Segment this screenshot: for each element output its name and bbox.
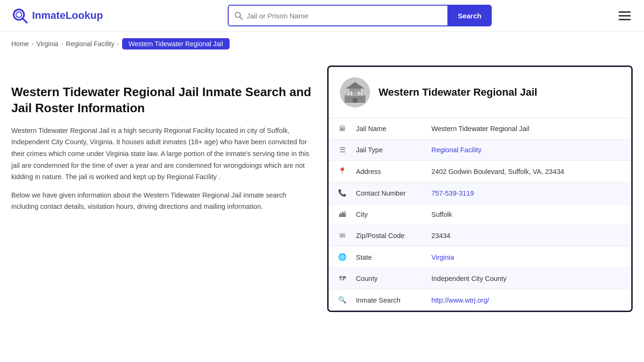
row-icon: 📍	[329, 161, 347, 182]
table-row: 📞Contact Number757-539-3119	[329, 182, 631, 204]
row-value: 23434	[422, 225, 631, 247]
info-card: Western Tidewater Regional Jail 🏛Jail Na…	[327, 66, 633, 312]
breadcrumb-regional-facility[interactable]: Regional Facility	[66, 40, 115, 48]
svg-rect-13	[361, 91, 363, 95]
row-value-link[interactable]: http://www.wtrj.org/	[431, 296, 489, 304]
svg-rect-11	[350, 91, 352, 95]
search-bar: Search	[228, 5, 492, 26]
table-row: 🔍Inmate Searchhttp://www.wtrj.org/	[329, 289, 631, 311]
table-row: 🏛Jail NameWestern Tidewater Regional Jai…	[329, 118, 631, 140]
row-label: Jail Name	[347, 118, 422, 140]
search-input[interactable]	[247, 12, 442, 20]
svg-point-2	[16, 12, 22, 17]
table-row: 🌐StateVirginia	[329, 247, 631, 268]
info-card-title: Western Tidewater Regional Jail	[379, 86, 537, 99]
svg-rect-10	[347, 91, 349, 95]
row-icon: 🗺	[329, 268, 347, 289]
row-label: Jail Type	[347, 140, 422, 161]
row-label: Address	[347, 161, 422, 182]
description-paragraph-2: Below we have given information about th…	[11, 189, 313, 213]
main-content: Western Tidewater Regional Jail Inmate S…	[0, 56, 644, 331]
page-title: Western Tidewater Regional Jail Inmate S…	[11, 84, 313, 116]
row-icon: 🏛	[329, 118, 347, 140]
search-input-wrap	[228, 5, 447, 26]
row-value: Independent City County	[422, 268, 631, 289]
search-button[interactable]: Search	[447, 5, 492, 26]
row-icon: ☰	[329, 140, 347, 161]
jail-avatar	[340, 77, 370, 107]
breadcrumb: Home › Virginia › Regional Facility › We…	[0, 32, 644, 56]
row-value[interactable]: 757-539-3119	[422, 182, 631, 204]
svg-line-4	[240, 17, 242, 19]
hamburger-line-2	[619, 15, 631, 16]
row-value[interactable]: http://www.wtrj.org/	[422, 289, 631, 311]
breadcrumb-chevron-1: ›	[32, 41, 33, 47]
row-value[interactable]: Virginia	[422, 247, 631, 268]
search-icon	[234, 11, 243, 20]
row-value: Western Tidewater Regional Jail	[422, 118, 631, 140]
row-label: State	[347, 247, 422, 268]
row-value-link[interactable]: Virginia	[431, 254, 454, 261]
info-card-header: Western Tidewater Regional Jail	[329, 67, 631, 118]
row-icon: ✉	[329, 225, 347, 247]
jail-avatar-image	[340, 77, 370, 107]
table-row: 📍Address2402 Godwin Boulevard, Suffolk, …	[329, 161, 631, 182]
table-row: 🗺CountyIndependent City County	[329, 268, 631, 289]
row-value[interactable]: Regional Facility	[422, 140, 631, 161]
info-table: 🏛Jail NameWestern Tidewater Regional Jai…	[329, 118, 631, 311]
row-value-link[interactable]: 757-539-3119	[431, 189, 474, 197]
row-label: Zip/Postal Code	[347, 225, 422, 247]
header: InmateLookup Search	[0, 0, 644, 32]
hamburger-line-3	[619, 19, 631, 20]
logo-text: InmateLookup	[32, 9, 103, 22]
breadcrumb-home[interactable]: Home	[11, 40, 29, 48]
table-row: ✉Zip/Postal Code23434	[329, 225, 631, 247]
row-value: 2402 Godwin Boulevard, Suffolk, VA, 2343…	[422, 161, 631, 182]
breadcrumb-current: Western Tidewater Regional Jail	[122, 38, 230, 49]
row-icon: 🔍	[329, 289, 347, 311]
svg-rect-12	[358, 91, 360, 95]
row-label: Inmate Search	[347, 289, 422, 311]
breadcrumb-chevron-3: ›	[117, 41, 119, 47]
row-value-link[interactable]: Regional Facility	[431, 146, 481, 154]
breadcrumb-virginia[interactable]: Virginia	[36, 40, 58, 48]
table-row: 🏙CitySuffolk	[329, 204, 631, 225]
logo-icon	[11, 7, 28, 24]
svg-rect-14	[353, 98, 357, 103]
logo-link[interactable]: InmateLookup	[11, 7, 103, 24]
description-paragraph-1: Western Tidewater Regional Jail is a hig…	[11, 125, 313, 183]
row-label: City	[347, 204, 422, 225]
row-icon: 📞	[329, 182, 347, 204]
row-icon: 🏙	[329, 204, 347, 225]
svg-line-1	[23, 18, 27, 23]
left-column: Western Tidewater Regional Jail Inmate S…	[11, 56, 313, 312]
row-icon: 🌐	[329, 247, 347, 268]
menu-button[interactable]	[617, 9, 633, 22]
right-column: Western Tidewater Regional Jail 🏛Jail Na…	[327, 56, 633, 312]
row-label: County	[347, 268, 422, 289]
breadcrumb-chevron-2: ›	[61, 41, 63, 47]
row-label: Contact Number	[347, 182, 422, 204]
row-value: Suffolk	[422, 204, 631, 225]
table-row: ☰Jail TypeRegional Facility	[329, 140, 631, 161]
hamburger-line-1	[619, 11, 631, 13]
